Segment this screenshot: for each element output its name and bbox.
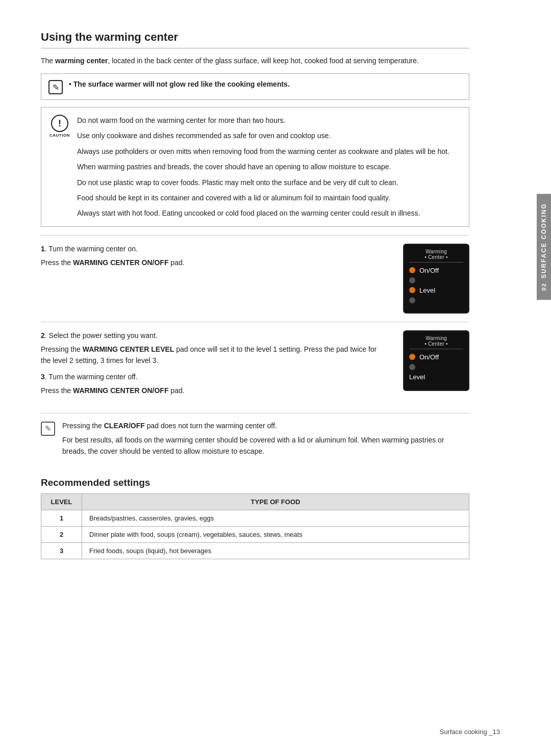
dot-dark-1a [409, 277, 415, 283]
page-footer: Surface cooking _13 [439, 728, 500, 736]
panel-label-level2: Level [409, 373, 425, 381]
step-3-heading: 3. Turn the warming center off. [41, 372, 388, 383]
panel-title-1: Warming• Center • [409, 249, 463, 263]
panel-label-level1: Level [419, 286, 435, 294]
note-box-1: ✎ • The surface warmer will not glow red… [41, 73, 469, 100]
caution-item-3: Always use potholders or oven mitts when… [77, 146, 449, 157]
caution-icon-wrap: ! CAUTION [49, 115, 70, 138]
col-food-header: TYPE OF FOOD [82, 494, 469, 510]
caution-items: Do not warm food on the warming center f… [77, 115, 449, 219]
dot-dark-2 [409, 364, 415, 370]
note-text-bold: • The surface warmer will not glow red l… [69, 80, 290, 88]
intro-bold: warming center [55, 57, 108, 65]
bottom-note-line1: Pressing the CLEAR/OFF pad does not turn… [62, 421, 469, 432]
panel-row-1d [409, 297, 463, 303]
bottom-note-content: Pressing the CLEAR/OFF pad does not turn… [62, 421, 469, 460]
panel-label-onoff2: On/Off [419, 353, 439, 361]
caution-item-7: Always start with hot food. Eating uncoo… [77, 207, 449, 219]
food-3: Fried foods, soups (liquid), hot beverag… [82, 543, 469, 559]
step-2-instruction: Pressing the WARMING CENTER LEVEL pad on… [41, 344, 388, 366]
bottom-note-icon: ✎ [41, 422, 55, 436]
caution-label: CAUTION [49, 133, 70, 138]
caution-item-5: Do not use plastic wrap to cover foods. … [77, 177, 449, 188]
steps-section: 1. Turn the warming center on. Press the… [41, 235, 469, 408]
step-2-flex: 2. Select the power setting you want. Pr… [41, 330, 469, 400]
table-header-row: LEVEL TYPE OF FOOD [41, 494, 469, 510]
panel-row-1c: Level [409, 286, 463, 294]
dot-dark-1b [409, 297, 415, 303]
food-1: Breads/pastries, casseroles, gravies, eg… [82, 510, 469, 527]
step-2-text: 2. Select the power setting you want. Pr… [41, 330, 388, 400]
food-2: Dinner plate with food, soups (cream), v… [82, 527, 469, 543]
page-container: Using the warming center The warming cen… [0, 0, 510, 605]
warming-panel-2: Warming• Center • On/Off Level [403, 330, 469, 391]
panel-row-1b [409, 277, 463, 283]
step-1-instruction: Press the WARMING CENTER ON/OFF pad. [41, 257, 388, 269]
panel-title-2: Warming• Center • [409, 335, 463, 349]
sidebar-label: SURFACE COOKING [540, 203, 547, 278]
caution-section: ! CAUTION Do not warm food on the warmin… [41, 107, 469, 227]
sidebar-tab: 02 SURFACE COOKING [537, 194, 551, 300]
step-1-heading: 1. Turn the warming center on. [41, 244, 388, 255]
level-2: 2 [41, 527, 82, 543]
intro-paragraph: The warming center, located in the back … [41, 56, 469, 66]
step-2-heading: 2. Select the power setting you want. [41, 330, 388, 342]
caution-icon: ! [51, 115, 68, 132]
panel-row-2c: Level [409, 373, 463, 381]
caution-item-1: Do not warm food on the warming center f… [77, 115, 449, 126]
bottom-note: ✎ Pressing the CLEAR/OFF pad does not tu… [41, 413, 469, 467]
caution-item-2: Use only cookware and dishes recommended… [77, 130, 449, 141]
level-1: 1 [41, 510, 82, 527]
table-row: 2 Dinner plate with food, soups (cream),… [41, 527, 469, 543]
panel-row-1a: On/Off [409, 267, 463, 274]
panel-row-2b [409, 364, 463, 370]
dot-orange-2 [409, 287, 415, 293]
sidebar-num: 02 [541, 282, 547, 291]
dot-orange-3 [409, 354, 415, 360]
step-3-instruction: Press the WARMING CENTER ON/OFF pad. [41, 385, 388, 397]
table-row: 3 Fried foods, soups (liquid), hot bever… [41, 543, 469, 559]
step-2-diagram: Warming• Center • On/Off Level [403, 330, 469, 391]
step-2-row: 2. Select the power setting you want. Pr… [41, 322, 469, 408]
settings-table: LEVEL TYPE OF FOOD 1 Breads/pastries, ca… [41, 493, 469, 559]
note-content-1: • The surface warmer will not glow red l… [69, 79, 290, 90]
dot-orange-1 [409, 267, 415, 273]
step-1-row: 1. Turn the warming center on. Press the… [41, 235, 469, 322]
table-row: 1 Breads/pastries, casseroles, gravies, … [41, 510, 469, 527]
caution-item-4: When warming pastries and breads, the co… [77, 161, 449, 172]
col-level-header: LEVEL [41, 494, 82, 510]
step-1-text: 1. Turn the warming center on. Press the… [41, 244, 388, 272]
warming-panel-1: Warming• Center • On/Off Level [403, 244, 469, 314]
bottom-note-line2: For best results, all foods on the warmi… [62, 435, 469, 457]
step-1-diagram: Warming• Center • On/Off Level [403, 244, 469, 314]
level-3: 3 [41, 543, 82, 559]
note-icon-1: ✎ [48, 80, 63, 94]
panel-row-2a: On/Off [409, 353, 463, 361]
panel-label-onoff1: On/Off [419, 267, 439, 274]
recommended-title: Recommended settings [41, 477, 469, 488]
page-title: Using the warming center [41, 31, 469, 48]
caution-item-6: Food should be kept in its container and… [77, 192, 449, 203]
